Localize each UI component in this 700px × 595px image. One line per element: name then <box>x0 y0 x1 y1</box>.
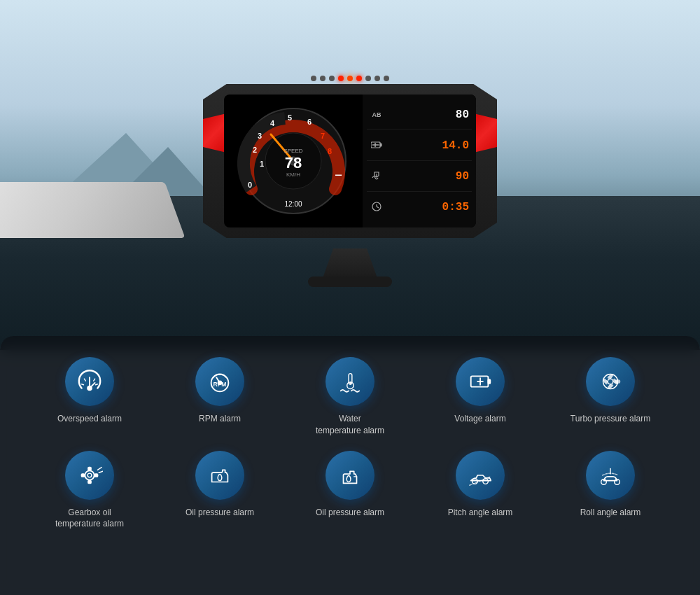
svg-rect-49 <box>88 467 91 470</box>
svg-rect-19 <box>380 144 382 146</box>
water-temp-label: Watertemperature alarm <box>316 413 384 437</box>
speedometer-section: 1 2 3 4 5 6 7 8 0 SPEED <box>224 94 363 227</box>
svg-text:78: 78 <box>285 154 302 172</box>
led-1 <box>311 76 316 81</box>
led-7 <box>365 76 371 81</box>
feature-oil-pressure2: Oil pressure alarm <box>288 451 412 531</box>
svg-rect-52 <box>95 474 98 477</box>
clock-icon <box>370 202 384 214</box>
hud-screen: 1 2 3 4 5 6 7 8 0 SPEED <box>224 94 476 227</box>
led-4 <box>338 76 344 81</box>
led-2 <box>320 76 326 81</box>
data-row-timer: 0:35 <box>367 193 472 222</box>
feature-pitch: Pitch angle alarm <box>419 451 542 531</box>
led-5 <box>347 76 353 81</box>
pitch-icon-circle <box>456 451 505 500</box>
hud-device: 1 2 3 4 5 6 7 8 0 SPEED <box>203 84 497 266</box>
roll-icon-circle <box>586 451 635 500</box>
battery-icon <box>370 141 384 150</box>
voltage-icon-circle <box>456 357 505 406</box>
svg-text:7: 7 <box>321 132 325 140</box>
feature-rpm: RPM RPM alarm <box>158 357 281 437</box>
svg-text:2: 2 <box>253 146 257 154</box>
feature-roll: Roll angle alarm <box>549 451 672 531</box>
svg-rect-51 <box>82 474 85 477</box>
svg-point-47 <box>85 470 94 479</box>
svg-line-30 <box>82 384 84 385</box>
svg-line-31 <box>94 379 95 381</box>
feature-turbo: Turbo pressure alarm <box>549 357 672 437</box>
led-3 <box>329 76 335 81</box>
svg-line-25 <box>377 206 379 208</box>
svg-text:3: 3 <box>258 132 262 140</box>
turbo-icon-circle <box>586 357 635 406</box>
rpm-label: RPM alarm <box>199 413 241 425</box>
oil-pressure2-label: Oil pressure alarm <box>316 507 384 519</box>
led-9 <box>384 76 389 81</box>
svg-point-36 <box>218 382 222 385</box>
overspeed-icon-circle <box>65 357 114 406</box>
water-temp-icon-circle <box>326 357 374 406</box>
device-stand <box>322 248 378 280</box>
svg-rect-41 <box>488 379 490 384</box>
feature-voltage: Voltage alarm <box>419 357 542 437</box>
feature-gearbox: Gearbox oiltemperature alarm <box>28 451 151 531</box>
svg-text:SPEED: SPEED <box>284 148 302 154</box>
feature-oil-pressure1: Oil pressure alarm <box>158 451 281 531</box>
led-6 <box>356 76 362 81</box>
rpm-icon-circle: RPM <box>195 357 244 406</box>
svg-text:12:00: 12:00 <box>284 200 302 208</box>
svg-text:6: 6 <box>307 118 312 126</box>
svg-line-53 <box>97 467 102 470</box>
voltage-value: 14.0 <box>442 139 469 152</box>
feature-water-temp: Watertemperature alarm <box>288 357 412 437</box>
gearbox-label: Gearbox oiltemperature alarm <box>55 507 124 531</box>
features-grid: Overspeed alarm RPM RPM alarm <box>28 357 672 530</box>
oil-pressure1-label: Oil pressure alarm <box>186 507 254 519</box>
bottom-panel: Overspeed alarm RPM RPM alarm <box>0 336 700 595</box>
pitch-label: Pitch angle alarm <box>448 507 513 519</box>
stand-base <box>308 276 392 287</box>
svg-line-29 <box>84 379 85 381</box>
svg-point-48 <box>88 473 92 477</box>
voltage-label: Voltage alarm <box>454 413 505 425</box>
data-row-temp: 90 <box>367 162 472 192</box>
svg-text:1: 1 <box>260 160 264 168</box>
ab-value: 80 <box>456 108 469 121</box>
svg-text:4: 4 <box>270 119 275 127</box>
temp-value: 90 <box>456 170 469 183</box>
svg-text:0: 0 <box>248 181 252 189</box>
led-dots <box>311 76 389 81</box>
data-row-voltage: 14.0 <box>367 131 472 160</box>
feature-overspeed: Overspeed alarm <box>28 357 151 437</box>
svg-rect-46 <box>616 380 620 383</box>
top-scene: 1 2 3 4 5 6 7 8 0 SPEED <box>0 0 700 350</box>
overspeed-label: Overspeed alarm <box>57 413 122 425</box>
gearbox-icon-circle <box>65 451 114 500</box>
oil-pressure1-icon-circle <box>195 451 244 500</box>
speedometer-svg: 1 2 3 4 5 6 7 8 0 SPEED <box>237 105 349 217</box>
turbo-label: Turbo pressure alarm <box>570 413 650 425</box>
svg-rect-50 <box>88 480 91 483</box>
svg-point-28 <box>88 386 92 391</box>
svg-text:5: 5 <box>288 113 292 122</box>
temp-icon <box>370 171 384 183</box>
led-8 <box>374 76 380 81</box>
timer-value: 0:35 <box>442 201 469 214</box>
svg-line-54 <box>99 471 103 472</box>
roll-label: Roll angle alarm <box>580 507 641 519</box>
svg-point-45 <box>608 379 613 384</box>
svg-line-32 <box>96 384 98 385</box>
ab-icon: AB <box>370 111 384 118</box>
car-hood <box>0 182 186 238</box>
oil-pressure2-icon-circle <box>326 451 374 500</box>
svg-text:8: 8 <box>328 147 332 155</box>
svg-text:KM/H: KM/H <box>286 172 300 178</box>
data-row-speed: AB 80 <box>367 100 472 130</box>
data-section: AB 80 14.0 <box>363 94 476 227</box>
